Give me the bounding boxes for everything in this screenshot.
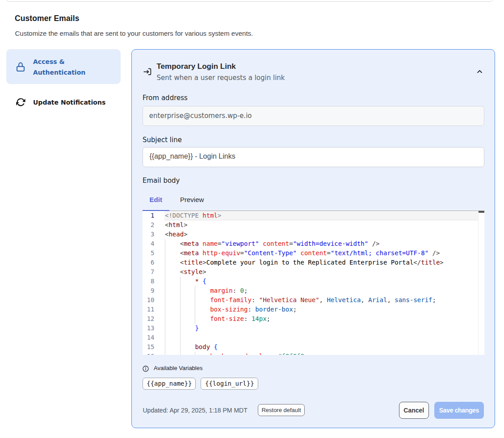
line-number: 1	[143, 211, 155, 220]
line-number: 8	[143, 277, 155, 286]
code-token: style	[184, 268, 202, 275]
code-token: }	[195, 324, 198, 332]
line-number: 3	[143, 230, 155, 239]
editor-line: 1<!DOCTYPE html>	[143, 211, 484, 220]
code-token: box-sizing	[210, 306, 248, 313]
refresh-icon	[16, 98, 25, 106]
code-editor[interactable]: 1<!DOCTYPE html>2<html>3<head>4 <meta na…	[143, 211, 484, 355]
subject-line-value: {{app_name}} - Login Links	[150, 152, 235, 160]
code-token: "viewport"	[221, 240, 259, 247]
code-token: />	[372, 240, 380, 247]
code-token: ,	[319, 296, 323, 303]
code-token	[428, 249, 432, 257]
code-token: html	[168, 221, 184, 228]
editor-line: 15 body {	[143, 342, 484, 352]
code-text: box-sizing: border-box;	[165, 305, 297, 314]
code-token: name	[202, 240, 218, 247]
code-token: Helvetica	[327, 296, 361, 303]
code-text: <!DOCTYPE html>	[165, 211, 221, 220]
variable-chip-app-name[interactable]: {{app_name}}	[143, 378, 196, 390]
code-token: "width=device-width"	[293, 240, 369, 247]
code-text: background-color: #f8f8f8;	[165, 352, 308, 355]
tab-edit[interactable]: Edit	[143, 194, 169, 205]
code-token: =	[289, 240, 293, 247]
code-token: ;	[433, 296, 436, 303]
code-token	[165, 324, 195, 332]
log-in-icon	[143, 68, 151, 76]
from-address-input[interactable]: enterprise@customers.wp-e.io	[143, 106, 484, 126]
code-token: >	[202, 259, 206, 266]
variable-chip-login-url[interactable]: {{login_url}}	[201, 378, 258, 390]
previous-card-edge	[6, 0, 493, 2]
code-token: >	[184, 231, 187, 238]
code-token: <	[180, 240, 184, 247]
code-token	[259, 240, 263, 247]
code-token: :	[233, 287, 236, 294]
code-token: =	[327, 249, 331, 257]
from-address-value: enterprise@customers.wp-e.io	[149, 112, 252, 120]
code-token: margin	[210, 287, 233, 294]
code-token: 14px	[252, 315, 267, 322]
code-token: head	[168, 231, 184, 238]
subject-line-input[interactable]: {{app_name}} - Login Links	[143, 147, 484, 167]
editor-line: 12 font-size: 14px;	[143, 314, 484, 324]
chevron-up-icon[interactable]	[477, 70, 482, 73]
code-token: "text/html; charset=UTF-8"	[331, 249, 428, 257]
editor-line: 14	[143, 333, 484, 342]
editor-line: 4 <meta name="viewport" content="width=d…	[143, 239, 484, 248]
sidebar-item-label: Update Notifications	[33, 97, 105, 108]
code-token: 0	[240, 287, 244, 294]
code-token	[274, 353, 277, 355]
code-text: margin: 0;	[165, 286, 248, 295]
code-token: <	[180, 268, 184, 275]
editor-line: 16 background-color: #f8f8f8;	[143, 352, 484, 355]
code-text: * {	[165, 277, 206, 286]
line-number: 2	[143, 220, 155, 230]
save-changes-button[interactable]: Save changes	[434, 402, 484, 419]
code-token	[165, 268, 180, 275]
code-token: >	[440, 259, 443, 266]
code-token	[210, 343, 214, 350]
code-text: font-family: "Helvetica Neue", Helvetica…	[165, 295, 436, 305]
cancel-button[interactable]: Cancel	[399, 402, 429, 419]
lock-icon	[17, 62, 25, 72]
code-token: Complete your login to the Replicated En…	[206, 259, 414, 266]
editor-line: 9 margin: 0;	[143, 286, 484, 295]
code-token: *	[195, 278, 198, 285]
code-token: font-family	[210, 296, 252, 303]
card-content: Temporary Login Link Sent when a user re…	[143, 50, 484, 428]
code-token: content	[301, 249, 327, 257]
sidebar-item-access-authentication[interactable]: Access & Authentication	[6, 49, 121, 84]
code-token: sans-serif	[395, 296, 432, 303]
code-token	[248, 315, 251, 322]
editor-scrollbar-thumb[interactable]	[479, 211, 484, 213]
restore-default-button[interactable]: Restore default	[258, 404, 305, 416]
code-token: <!DOCTYPE	[165, 212, 202, 219]
code-token: #f8f8f8	[278, 353, 304, 355]
line-number: 9	[143, 286, 155, 295]
line-number: 12	[143, 314, 155, 324]
code-token	[165, 240, 180, 247]
code-token	[236, 287, 240, 294]
line-number: 6	[143, 258, 155, 267]
code-text: }	[165, 324, 199, 333]
page-subtitle: Customize the emails that are sent to yo…	[15, 29, 253, 38]
editor-line: 5 <meta http-equiv="Content-Type" conten…	[143, 248, 484, 258]
code-token	[165, 296, 210, 303]
subject-line-label: Subject line	[143, 135, 182, 144]
code-text: <meta name="viewport" content="width=dev…	[165, 239, 380, 248]
code-token: font-size	[210, 315, 244, 322]
sidebar-item-update-notifications[interactable]: Update Notifications	[6, 92, 121, 113]
code-token: meta	[184, 249, 199, 257]
updated-timestamp: Updated: Apr 29, 2025, 1:18 PM MDT	[143, 406, 248, 415]
code-token: "Helvetica Neue"	[259, 296, 319, 303]
line-number: 4	[143, 239, 155, 248]
panel-subtitle: Sent when a user requests a login link	[157, 73, 285, 83]
code-token: ;	[244, 287, 248, 294]
code-token	[368, 240, 372, 247]
editor-scrollbar-track	[478, 211, 479, 355]
code-token	[165, 249, 180, 257]
tab-preview[interactable]: Preview	[180, 194, 204, 205]
code-token: html	[202, 212, 218, 219]
page-title: Customer Emails	[15, 13, 79, 23]
